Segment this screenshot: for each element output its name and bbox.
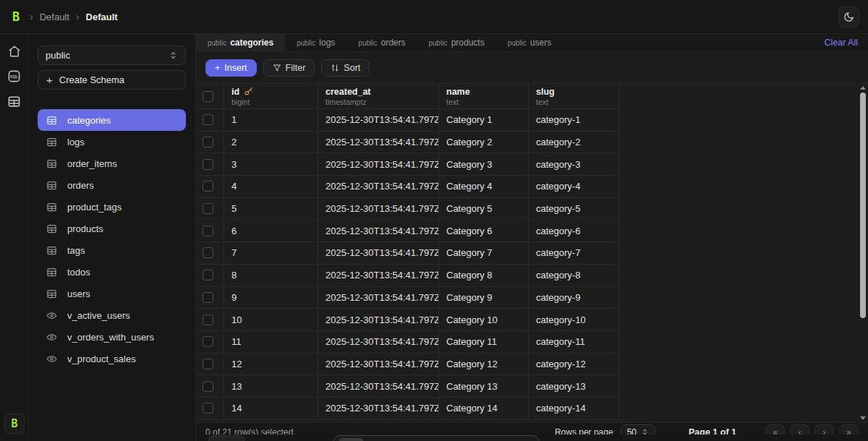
cell-name[interactable]: Category 4 xyxy=(439,176,529,197)
cell-id[interactable]: 14 xyxy=(224,398,318,419)
column-header-name[interactable]: nametext xyxy=(439,84,529,108)
cell-slug[interactable]: category-12 xyxy=(529,354,619,375)
home-icon[interactable] xyxy=(7,44,21,58)
clear-all-link[interactable]: Clear All xyxy=(824,38,858,48)
sidebar-item-tags[interactable]: tags xyxy=(38,239,186,261)
cell-created_at[interactable]: 2025-12-30T13:54:41.797Z xyxy=(318,109,439,131)
brand-button[interactable]: B xyxy=(4,414,25,434)
row-checkbox[interactable] xyxy=(203,403,213,414)
row-checkbox[interactable] xyxy=(203,336,213,347)
sidebar-item-order_items[interactable]: order_items xyxy=(38,153,186,174)
cell-name[interactable]: Category 13 xyxy=(439,375,529,397)
cell-slug[interactable]: category-10 xyxy=(529,309,619,330)
cell-created_at[interactable]: 2025-12-30T13:54:41.797Z xyxy=(318,354,439,375)
cell-id[interactable]: 2 xyxy=(224,132,318,153)
schema-select[interactable]: public xyxy=(38,46,186,65)
sidebar-item-v_orders_with_users[interactable]: v_orders_with_users xyxy=(38,326,186,348)
row-checkbox[interactable] xyxy=(203,359,213,369)
sidebar-item-product_tags[interactable]: product_tags xyxy=(38,196,186,218)
cell-slug[interactable]: category-8 xyxy=(529,265,619,286)
cell-id[interactable]: 4 xyxy=(224,176,318,197)
cell-created_at[interactable]: 2025-12-30T13:54:41.797Z xyxy=(318,176,439,197)
tab-users[interactable]: publicusers xyxy=(496,34,563,51)
row-checkbox[interactable] xyxy=(203,159,213,170)
cell-name[interactable]: Category 1 xyxy=(439,109,529,131)
cell-name[interactable]: Category 2 xyxy=(439,132,529,153)
cell-slug[interactable]: category-1 xyxy=(529,109,619,131)
cell-id[interactable]: 8 xyxy=(224,265,318,286)
scrollbar-thumb[interactable] xyxy=(860,93,866,318)
dark-mode-toggle[interactable] xyxy=(838,7,859,27)
row-checkbox[interactable] xyxy=(203,226,213,236)
drawer-panel-peek[interactable] xyxy=(333,435,540,441)
cell-slug[interactable]: category-6 xyxy=(529,220,619,241)
cell-created_at[interactable]: 2025-12-30T13:54:41.797Z xyxy=(318,153,439,175)
cell-name[interactable]: Category 5 xyxy=(439,198,529,220)
sidebar-item-categories[interactable]: categories xyxy=(38,109,186,131)
scroll-down-arrow-icon[interactable] xyxy=(860,416,866,420)
cell-id[interactable]: 13 xyxy=(224,375,318,397)
cell-name[interactable]: Category 9 xyxy=(439,287,529,309)
tables-icon[interactable] xyxy=(7,95,21,108)
cell-name[interactable]: Category 8 xyxy=(439,265,529,286)
select-all-checkbox[interactable] xyxy=(203,91,213,102)
sidebar-item-v_product_sales[interactable]: v_product_sales xyxy=(38,348,186,369)
cell-id[interactable]: 11 xyxy=(224,331,318,353)
cell-id[interactable]: 1 xyxy=(224,109,318,131)
row-checkbox[interactable] xyxy=(203,247,213,258)
cell-slug[interactable]: category-7 xyxy=(529,242,619,264)
sidebar-item-users[interactable]: users xyxy=(38,283,186,304)
cell-name[interactable]: Category 12 xyxy=(439,354,529,375)
sidebar-item-todos[interactable]: todos xyxy=(38,261,186,283)
tab-products[interactable]: publicproducts xyxy=(417,34,495,51)
cell-created_at[interactable]: 2025-12-30T13:54:41.797Z xyxy=(318,132,439,153)
cell-name[interactable]: Category 3 xyxy=(439,153,529,175)
sort-button[interactable]: Sort xyxy=(321,59,370,77)
insert-button[interactable]: + Insert xyxy=(205,59,257,77)
cell-id[interactable]: 7 xyxy=(224,242,318,264)
row-checkbox[interactable] xyxy=(203,181,213,192)
create-schema-button[interactable]: + Create Schema xyxy=(38,70,186,90)
row-checkbox[interactable] xyxy=(203,292,213,303)
breadcrumb-workspace[interactable]: Default xyxy=(40,12,69,22)
tab-categories[interactable]: publiccategories xyxy=(196,34,285,51)
cell-created_at[interactable]: 2025-12-30T13:54:41.797Z xyxy=(318,242,439,264)
cell-slug[interactable]: category-13 xyxy=(529,375,619,397)
row-checkbox[interactable] xyxy=(203,137,213,147)
cell-name[interactable]: Category 6 xyxy=(439,220,529,241)
column-header-slug[interactable]: slugtext xyxy=(529,84,619,108)
cell-created_at[interactable]: 2025-12-30T13:54:41.797Z xyxy=(318,309,439,330)
column-header-created_at[interactable]: created_attimestamptz xyxy=(318,84,439,108)
sidebar-item-v_active_users[interactable]: v_active_users xyxy=(38,304,186,326)
cell-slug[interactable]: category-4 xyxy=(529,176,619,197)
cell-slug[interactable]: category-5 xyxy=(529,198,619,220)
tab-orders[interactable]: publicorders xyxy=(346,34,417,51)
cell-slug[interactable]: category-11 xyxy=(529,331,619,353)
cell-id[interactable]: 12 xyxy=(224,354,318,375)
cell-name[interactable]: Category 10 xyxy=(439,309,529,330)
cell-id[interactable]: 3 xyxy=(224,153,318,175)
column-header-id[interactable]: idbigint xyxy=(224,84,318,108)
vertical-scrollbar[interactable] xyxy=(859,84,867,422)
cell-created_at[interactable]: 2025-12-30T13:54:41.797Z xyxy=(318,375,439,397)
row-checkbox[interactable] xyxy=(203,314,213,325)
cell-slug[interactable]: category-9 xyxy=(529,287,619,309)
sidebar-item-logs[interactable]: logs xyxy=(38,131,186,153)
cell-id[interactable]: 6 xyxy=(224,220,318,241)
cell-id[interactable]: 5 xyxy=(224,198,318,220)
cell-slug[interactable]: category-3 xyxy=(529,153,619,175)
filter-button[interactable]: Filter xyxy=(263,59,315,77)
cell-created_at[interactable]: 2025-12-30T13:54:41.797Z xyxy=(318,220,439,241)
sql-console-icon[interactable]: SQL xyxy=(7,69,21,83)
cell-id[interactable]: 10 xyxy=(224,309,318,330)
breadcrumb-database[interactable]: Default xyxy=(86,12,118,22)
scroll-up-arrow-icon[interactable] xyxy=(860,86,866,90)
row-checkbox[interactable] xyxy=(203,270,213,281)
cell-created_at[interactable]: 2025-12-30T13:54:41.797Z xyxy=(318,287,439,309)
cell-name[interactable]: Category 14 xyxy=(439,398,529,419)
cell-created_at[interactable]: 2025-12-30T13:54:41.797Z xyxy=(318,398,439,419)
cell-created_at[interactable]: 2025-12-30T13:54:41.797Z xyxy=(318,331,439,353)
cell-slug[interactable]: category-14 xyxy=(529,398,619,419)
row-checkbox[interactable] xyxy=(203,381,213,392)
cell-id[interactable]: 9 xyxy=(224,287,318,309)
